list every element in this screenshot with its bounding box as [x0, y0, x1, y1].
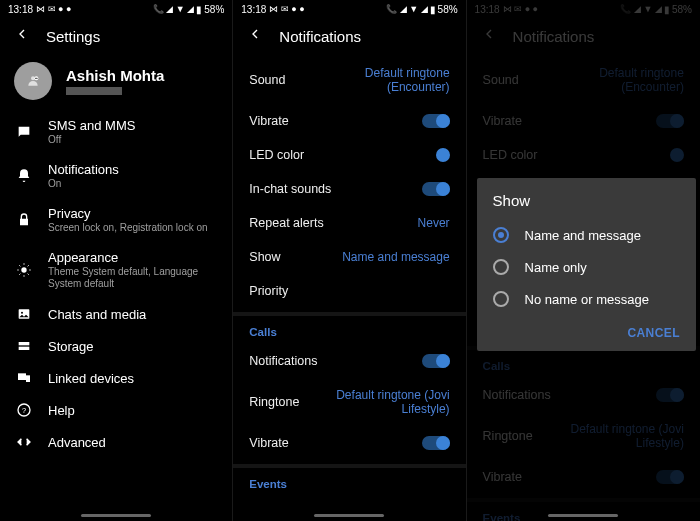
devices-icon	[14, 370, 34, 386]
repeat-value: Never	[418, 216, 450, 230]
calls-header: Calls	[233, 312, 465, 344]
back-button[interactable]	[247, 26, 265, 46]
calls-notif-row[interactable]: Notifications	[233, 344, 465, 378]
show-dialog: Show Name and message Name only No name …	[477, 178, 696, 351]
svg-rect-8	[26, 375, 30, 382]
help-row[interactable]: ? Help	[0, 394, 232, 426]
storage-row[interactable]: Storage	[0, 330, 232, 362]
code-icon	[14, 434, 34, 450]
nav-bar[interactable]	[314, 514, 384, 517]
cancel-button[interactable]: CANCEL	[627, 326, 679, 340]
status-bar: 13:18⋈ ✉ ● ● 📞 ◢ ▼ ◢▮58%	[233, 0, 465, 18]
inchat-toggle[interactable]	[422, 182, 450, 196]
radio-option-name-only[interactable]: Name only	[483, 251, 690, 283]
show-row[interactable]: Show Name and message	[233, 240, 465, 274]
svg-text:?: ?	[22, 406, 26, 415]
nav-bar[interactable]	[548, 514, 618, 517]
advanced-row[interactable]: Advanced	[0, 426, 232, 458]
status-icons-left: ⋈ ✉ ● ●	[36, 4, 71, 14]
page-title: Notifications	[279, 28, 361, 45]
calls-vibrate-toggle[interactable]	[422, 436, 450, 450]
svg-rect-5	[19, 342, 30, 345]
status-bar: 13:18 ⋈ ✉ ● ● 📞 ◢ ▼ ◢ ▮ 58%	[0, 0, 232, 18]
signal-icon: 📞 ◢ ▼ ◢	[153, 4, 194, 14]
profile-sub-redacted	[66, 87, 122, 95]
radio-option-name-and-message[interactable]: Name and message	[483, 219, 690, 251]
battery-icon: ▮	[196, 4, 202, 15]
radio-option-no-name-or-message[interactable]: No name or message	[483, 283, 690, 315]
chats-media-row[interactable]: Chats and media	[0, 298, 232, 330]
appearance-row[interactable]: AppearanceTheme System default, Language…	[0, 242, 232, 298]
profile-name: Ashish Mohta	[66, 67, 164, 84]
notifications-row[interactable]: NotificationsOn	[0, 154, 232, 198]
calls-notif-toggle[interactable]	[422, 354, 450, 368]
status-time: 13:18	[8, 4, 33, 15]
header: Notifications	[233, 18, 465, 56]
events-header: Events	[233, 464, 465, 496]
linked-devices-row[interactable]: Linked devices	[0, 362, 232, 394]
svg-point-2	[21, 267, 26, 272]
svg-rect-6	[19, 347, 30, 350]
led-dot[interactable]	[436, 148, 450, 162]
priority-row[interactable]: Priority	[233, 274, 465, 308]
profile-row[interactable]: Ashish Mohta	[0, 56, 232, 110]
ringtone-value: Default ringtone (Jovi Lifestyle)	[320, 388, 450, 416]
page-title: Settings	[46, 28, 100, 45]
status-battery: 58%	[204, 4, 224, 15]
image-icon	[14, 306, 34, 322]
repeat-row[interactable]: Repeat alerts Never	[233, 206, 465, 240]
brightness-icon	[14, 262, 34, 278]
svg-rect-7	[18, 373, 26, 380]
calls-vibrate-row[interactable]: Vibrate	[233, 426, 465, 460]
sms-row[interactable]: SMS and MMSOff	[0, 110, 232, 154]
inchat-row[interactable]: In-chat sounds	[233, 172, 465, 206]
vibrate-row[interactable]: Vibrate	[233, 104, 465, 138]
vibrate-toggle[interactable]	[422, 114, 450, 128]
sound-row[interactable]: Sound Default ringtone (Encounter)	[233, 56, 465, 104]
led-row[interactable]: LED color	[233, 138, 465, 172]
ringtone-row[interactable]: Ringtone Default ringtone (Jovi Lifestyl…	[233, 378, 465, 426]
radio-icon	[493, 291, 509, 307]
help-icon: ?	[14, 402, 34, 418]
header: Settings	[0, 18, 232, 56]
avatar	[14, 62, 52, 100]
notifications-screen: 13:18⋈ ✉ ● ● 📞 ◢ ▼ ◢▮58% Notifications S…	[233, 0, 466, 521]
svg-point-4	[21, 312, 23, 314]
nav-bar[interactable]	[81, 514, 151, 517]
notifications-dialog-screen: 13:18⋈ ✉ ● ● 📞 ◢ ▼ ◢▮58% Notifications S…	[467, 0, 700, 521]
settings-screen: 13:18 ⋈ ✉ ● ● 📞 ◢ ▼ ◢ ▮ 58% Settings Ash…	[0, 0, 233, 521]
svg-rect-1	[35, 78, 38, 79]
sound-value: Default ringtone (Encounter)	[320, 66, 450, 94]
bell-icon	[14, 168, 34, 184]
chat-bubble-icon	[14, 124, 34, 140]
show-value: Name and message	[342, 250, 449, 264]
radio-icon	[493, 259, 509, 275]
privacy-row[interactable]: PrivacyScreen lock on, Registration lock…	[0, 198, 232, 242]
radio-icon	[493, 227, 509, 243]
dialog-title: Show	[483, 192, 690, 219]
storage-icon	[14, 338, 34, 354]
back-button[interactable]	[14, 26, 32, 46]
lock-icon	[14, 212, 34, 228]
